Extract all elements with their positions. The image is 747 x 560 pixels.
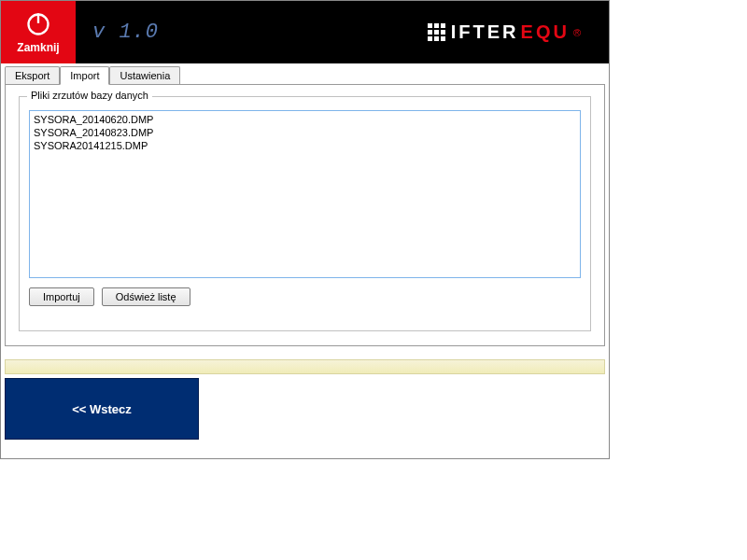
brand-registered-icon: ® (573, 27, 581, 38)
brand-text-equ: EQU (521, 21, 570, 43)
list-item[interactable]: SYSORA_20140620.DMP (34, 113, 576, 126)
brand-logo: IFTER EQU ® (428, 21, 581, 43)
back-button-label: << Wstecz (72, 402, 132, 416)
header-bar: Zamknij v 1.0 IFTER EQU ® (1, 1, 609, 63)
tab-eksport[interactable]: Eksport (5, 66, 60, 85)
tab-ustawienia[interactable]: Ustawienia (109, 66, 180, 85)
tab-bar: Eksport Import Ustawienia (1, 65, 609, 84)
import-button[interactable]: Importuj (29, 287, 94, 306)
brand-text-ifter: IFTER (451, 21, 519, 43)
version-label: v 1.0 (76, 1, 159, 63)
tab-panel-import: Pliki zrzutów bazy danych SYSORA_2014062… (5, 84, 605, 346)
close-button[interactable]: Zamknij (1, 1, 76, 63)
tab-label: Import (70, 70, 99, 81)
group-title: Pliki zrzutów bazy danych (27, 90, 152, 101)
back-button[interactable]: << Wstecz (5, 378, 199, 440)
list-item[interactable]: SYSORA20141215.DMP (34, 139, 576, 152)
tab-label: Eksport (15, 70, 49, 81)
list-item[interactable]: SYSORA_20140823.DMP (34, 126, 576, 139)
brand-grid-icon (428, 23, 445, 41)
button-row: Importuj Odśwież listę (29, 287, 581, 306)
brand-area: IFTER EQU ® (159, 1, 609, 63)
tab-label: Ustawienia (120, 70, 170, 81)
close-button-label: Zamknij (17, 41, 59, 54)
refresh-button[interactable]: Odśwież listę (102, 287, 190, 306)
file-list[interactable]: SYSORA_20140620.DMP SYSORA_20140823.DMP … (29, 110, 581, 278)
power-icon (25, 11, 51, 37)
separator-bar (5, 359, 605, 374)
tab-import[interactable]: Import (60, 66, 109, 85)
file-group: Pliki zrzutów bazy danych SYSORA_2014062… (19, 96, 591, 331)
app-window: Zamknij v 1.0 IFTER EQU ® Eksport Import… (0, 0, 610, 459)
